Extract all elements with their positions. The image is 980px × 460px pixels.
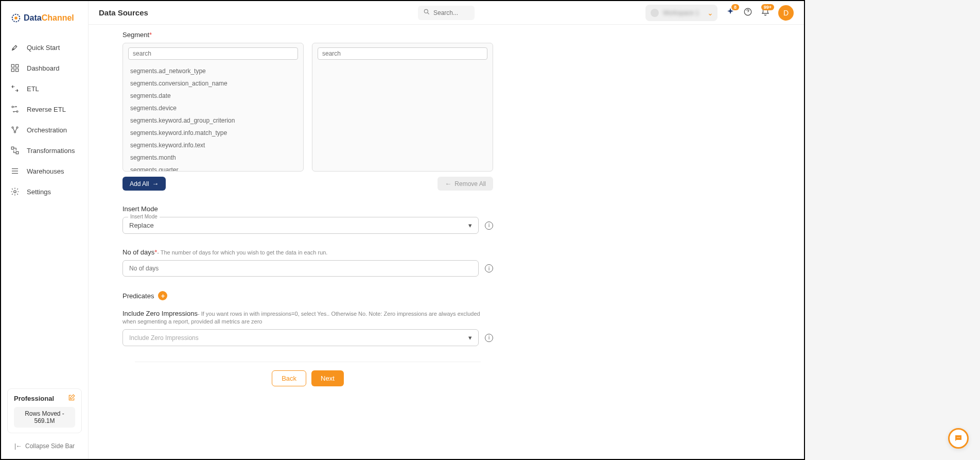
caret-down-icon: ▾ (468, 334, 472, 342)
help-button[interactable] (743, 7, 752, 19)
workspace-selector[interactable]: Workspace 1 ⌄ (645, 5, 717, 21)
list-item[interactable]: segments.month (123, 151, 303, 164)
segment-label: Segment* (122, 31, 493, 39)
zero-impressions-select[interactable]: Include Zero Impressions ▾ (122, 329, 479, 346)
nav-etl[interactable]: ETL (1, 78, 88, 99)
dashboard-icon (10, 63, 20, 73)
global-search[interactable] (418, 6, 475, 20)
caret-down-icon: ▾ (468, 222, 472, 229)
nav-transformations[interactable]: Transformations (1, 140, 88, 161)
orchestration-icon (10, 125, 20, 134)
svg-point-22 (959, 437, 960, 438)
svg-point-16 (14, 191, 16, 193)
insert-mode-info-icon[interactable]: i (485, 222, 493, 230)
insert-mode-select[interactable]: Insert Mode Replace ▾ (122, 217, 479, 234)
rocket-icon (10, 43, 20, 52)
logo-icon (10, 12, 22, 24)
plan-name: Professional (14, 395, 54, 402)
svg-rect-2 (11, 64, 14, 67)
no-of-days-label: No of days*- The number of days for whic… (122, 248, 493, 256)
nav-orchestration[interactable]: Orchestration (1, 120, 88, 140)
collapse-icon: |← (14, 442, 22, 450)
arrow-right-icon: → (152, 180, 159, 188)
divider (135, 362, 481, 362)
logo: DataChannel (1, 1, 88, 31)
svg-point-9 (16, 127, 18, 128)
svg-point-20 (957, 437, 958, 438)
logo-text: DataChannel (24, 13, 74, 23)
etl-icon (10, 84, 20, 93)
sidebar: DataChannel Quick Start Dashboard ETL Re… (1, 1, 89, 459)
collapse-sidebar-button[interactable]: |← Collapse Side Bar (7, 438, 82, 454)
chat-icon (954, 434, 963, 443)
search-icon (423, 8, 430, 18)
list-item[interactable]: segments.device (123, 102, 303, 114)
svg-line-18 (428, 12, 429, 14)
rows-moved: Rows Moved - 569.1M (14, 407, 75, 428)
svg-rect-11 (11, 147, 14, 149)
nav-dashboard[interactable]: Dashboard (1, 58, 88, 78)
arrow-left-icon: ← (445, 180, 451, 188)
sparkle-badge: 8 (731, 4, 739, 10)
chat-button[interactable] (948, 428, 969, 449)
page-title: Data Sources (99, 8, 148, 17)
list-item[interactable]: segments.conversion_action_name (123, 77, 303, 90)
segment-available-search[interactable] (128, 47, 298, 60)
insert-mode-label: Insert Mode (122, 205, 493, 213)
list-item[interactable]: segments.keyword.info.text (123, 139, 303, 151)
workspace-name: Workspace 1 (663, 9, 699, 16)
zero-impressions-info-icon[interactable]: i (485, 334, 493, 342)
notifications-button[interactable]: 99+ (761, 7, 770, 19)
warehouse-icon (10, 166, 20, 176)
svg-point-7 (16, 111, 18, 112)
nav-reverse-etl[interactable]: Reverse ETL (1, 99, 88, 120)
nav-settings[interactable]: Settings (1, 181, 88, 202)
segment-selected-list (312, 43, 493, 172)
remove-all-button[interactable]: ← Remove All (437, 177, 493, 191)
add-all-button[interactable]: Add All → (122, 177, 166, 191)
gear-icon (10, 187, 20, 196)
no-of-days-input[interactable] (122, 260, 479, 277)
next-button[interactable]: Next (311, 370, 344, 386)
svg-rect-12 (16, 151, 19, 154)
transformations-icon (10, 146, 20, 155)
search-input[interactable] (433, 9, 511, 16)
zero-impressions-placeholder: Include Zero Impressions (129, 334, 199, 342)
list-item[interactable]: segments.ad_network_type (123, 65, 303, 77)
zero-impressions-label: Include Zero Impressions- If you want ro… (122, 310, 493, 325)
list-item[interactable]: segments.keyword.info.match_type (123, 127, 303, 139)
topbar: Data Sources Workspace 1 ⌄ 8 (89, 1, 804, 25)
svg-point-1 (14, 16, 18, 20)
bell-badge: 99+ (761, 4, 774, 10)
svg-rect-4 (11, 69, 14, 72)
reverse-etl-icon (10, 105, 20, 114)
workspace-avatar-icon (651, 9, 659, 17)
nav-quick-start[interactable]: Quick Start (1, 37, 88, 58)
svg-point-17 (424, 9, 428, 13)
list-item[interactable]: segments.date (123, 90, 303, 102)
list-item[interactable]: segments.quarter (123, 164, 303, 171)
svg-rect-5 (16, 69, 19, 72)
nav-warehouses[interactable]: Warehouses (1, 161, 88, 181)
segment-available-list: segments.ad_network_typesegments.convers… (122, 43, 304, 172)
svg-point-6 (12, 106, 13, 108)
insert-mode-value: Replace (129, 222, 154, 229)
svg-rect-3 (16, 64, 19, 67)
help-icon (743, 7, 752, 16)
plan-edit-icon[interactable] (68, 394, 75, 403)
add-predicate-button[interactable]: + (158, 291, 167, 300)
svg-point-21 (958, 437, 959, 438)
user-avatar[interactable]: D (778, 5, 794, 21)
no-of-days-info-icon[interactable]: i (485, 264, 493, 272)
predicates-label: Predicates (122, 292, 154, 300)
sparkle-button[interactable]: 8 (726, 7, 735, 19)
plan-box: Professional Rows Moved - 569.1M (7, 388, 82, 433)
chevron-down-icon: ⌄ (707, 9, 713, 17)
list-item[interactable]: segments.keyword.ad_group_criterion (123, 114, 303, 127)
svg-point-8 (12, 127, 13, 128)
svg-point-10 (14, 131, 16, 133)
segment-selected-search[interactable] (318, 47, 487, 60)
sidebar-nav: Quick Start Dashboard ETL Reverse ETL Or… (1, 31, 88, 388)
back-button[interactable]: Back (272, 370, 306, 386)
